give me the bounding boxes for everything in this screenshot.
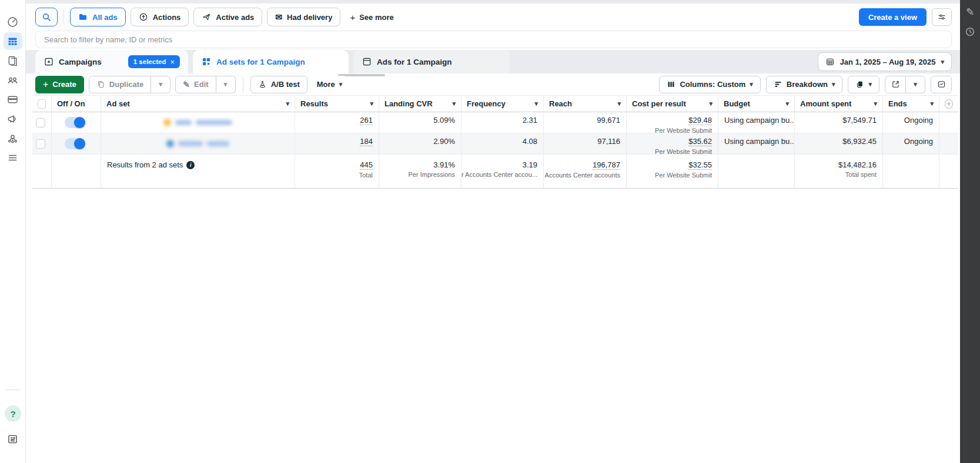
tab-ads[interactable]: Ads for 1 Campaign — [353, 50, 510, 73]
cost-value[interactable]: $29.48 — [688, 116, 712, 125]
filter-chip-active-ads[interactable]: Active ads — [193, 8, 262, 26]
billing-card-icon[interactable] — [4, 90, 22, 108]
sort-caret-icon[interactable]: ▾ — [452, 100, 456, 107]
action-toolbar: + Create Duplicate ▾ ✎ — [35, 73, 952, 95]
cost-value[interactable]: $35.62 — [688, 137, 712, 146]
edit-button[interactable]: ✎ Edit — [175, 76, 216, 93]
header-landing-cvr[interactable]: Landing CVR▾ — [379, 96, 461, 112]
ad-set-name-cell[interactable] — [101, 133, 295, 154]
filter-chip-all-ads[interactable]: All ads — [70, 8, 126, 26]
spacer-cell — [939, 133, 958, 154]
amount-spent-cell: $6,932.45 — [795, 133, 883, 154]
date-range-picker[interactable]: Jan 1, 2025 – Aug 19, 2025 ▾ — [818, 52, 952, 71]
summary-spent-cell: $14,482.16Total spent — [795, 155, 883, 188]
row-checkbox-cell[interactable] — [32, 112, 52, 133]
audiences-people-icon[interactable] — [4, 71, 22, 89]
header-ad-set[interactable]: Ad set▾ — [101, 96, 295, 112]
chevron-down-icon: ▾ — [941, 59, 944, 65]
date-range-label: Jan 1, 2025 – Aug 19, 2025 — [840, 58, 936, 66]
duplicate-dropdown-button[interactable]: ▾ — [151, 76, 170, 93]
summary-label: Results from 2 ad sets — [107, 160, 183, 169]
edit-pencil-icon[interactable]: ✎ — [961, 4, 979, 20]
more-button[interactable]: More ▾ — [312, 76, 347, 93]
duplicate-button[interactable]: Duplicate — [89, 76, 152, 93]
sort-caret-icon[interactable]: ▾ — [370, 100, 373, 107]
sort-caret-icon[interactable]: ▾ — [785, 100, 789, 107]
budget-cell: Using campaign bu... — [718, 133, 795, 154]
sort-caret-icon[interactable]: ▾ — [930, 100, 934, 107]
left-nav-sidebar: ? — [0, 0, 26, 463]
info-icon[interactable]: i — [186, 161, 195, 169]
flask-icon — [258, 80, 267, 89]
sort-caret-icon[interactable]: ▾ — [874, 100, 877, 107]
all-tools-menu-icon[interactable] — [4, 149, 22, 166]
divider — [243, 78, 243, 92]
header-results[interactable]: Results▾ — [295, 96, 379, 112]
header-amount-spent[interactable]: Amount spent▾ — [795, 96, 883, 112]
sort-caret-icon[interactable]: ▾ — [617, 100, 621, 107]
row-toggle-cell[interactable] — [52, 112, 101, 133]
search-filter-input[interactable] — [35, 31, 952, 48]
business-assets-nodes-icon[interactable] — [4, 129, 22, 147]
select-all-checkbox-cell[interactable] — [32, 96, 52, 112]
off-on-toggle[interactable] — [65, 138, 85, 149]
filter-chip-had-delivery[interactable]: ✉ Had delivery — [267, 8, 340, 26]
status-dot-icon — [166, 140, 174, 147]
header-budget[interactable]: Budget▾ — [718, 96, 795, 112]
sort-caret-icon[interactable]: ▾ — [286, 100, 289, 107]
history-clock-icon[interactable] — [961, 24, 979, 40]
create-a-view-button[interactable]: Create a view — [859, 8, 927, 26]
campaigns-table-icon[interactable] — [4, 32, 22, 50]
filter-chip-actions[interactable]: Actions — [131, 8, 189, 26]
header-reach[interactable]: Reach▾ — [544, 96, 627, 112]
create-button[interactable]: + Create — [35, 76, 84, 93]
add-column-icon[interactable]: + — [945, 99, 953, 109]
off-on-toggle[interactable] — [65, 117, 85, 128]
edit-dropdown-button[interactable]: ▾ — [216, 76, 236, 93]
close-icon[interactable]: × — [170, 58, 175, 66]
see-more-button[interactable]: + See more — [345, 12, 398, 22]
view-settings-button[interactable] — [932, 8, 952, 26]
row-checkbox[interactable] — [36, 118, 45, 128]
ad-set-name-cell[interactable] — [101, 112, 295, 133]
row-checkbox[interactable] — [36, 139, 45, 149]
table-header-row: Off / On Ad set▾ Results▾ Landing CVR▾ F… — [32, 95, 958, 112]
select-all-checkbox[interactable] — [38, 99, 46, 109]
export-icon — [891, 80, 900, 89]
row-checkbox-cell[interactable] — [32, 133, 52, 154]
sort-caret-icon[interactable]: ▾ — [534, 100, 538, 107]
summary-label-cell: Results from 2 ad sets i — [101, 155, 295, 188]
results-value[interactable]: 261 — [360, 116, 373, 125]
reports-button[interactable]: ▾ — [848, 76, 879, 93]
export-button[interactable] — [885, 76, 906, 93]
account-overview-gauge-icon[interactable] — [4, 13, 22, 31]
selected-filter-badge[interactable]: 1 selected × — [128, 55, 180, 68]
tab-ads-label: Ads for 1 Campaign — [377, 58, 452, 66]
search-button[interactable] — [35, 8, 58, 26]
plus-icon: + — [43, 80, 48, 89]
charts-button[interactable] — [931, 76, 952, 93]
header-ends[interactable]: Ends▾ — [883, 96, 939, 112]
header-add-column[interactable]: + — [939, 96, 958, 112]
help-icon[interactable]: ? — [5, 405, 21, 422]
spacer-cell — [939, 112, 958, 133]
amount-spent-cell: $7,549.71 — [795, 112, 883, 133]
advertise-megaphone-icon[interactable] — [4, 110, 22, 128]
results-value[interactable]: 184 — [360, 137, 373, 146]
ab-test-button[interactable]: A/B test — [250, 76, 307, 93]
tab-ad-sets[interactable]: Ad sets for 1 Campaign — [193, 50, 349, 73]
ads-reporting-pages-icon[interactable] — [4, 52, 22, 69]
ad-sets-table: Off / On Ad set▾ Results▾ Landing CVR▾ F… — [32, 95, 958, 189]
sort-caret-icon[interactable]: ▾ — [709, 100, 713, 107]
ends-cell: Ongoing — [883, 112, 939, 133]
header-frequency[interactable]: Frequency▾ — [461, 96, 544, 112]
row-toggle-cell[interactable] — [52, 133, 101, 154]
columns-label: Columns: Custom — [680, 80, 745, 89]
whats-new-icon[interactable] — [6, 433, 19, 445]
campaign-folder-icon — [44, 56, 54, 67]
header-cost-per-result[interactable]: Cost per result▾ — [627, 96, 718, 112]
export-dropdown-button[interactable]: ▾ — [906, 76, 925, 93]
breakdown-button[interactable]: Breakdown ▾ — [766, 76, 843, 93]
columns-button[interactable]: Columns: Custom ▾ — [659, 76, 760, 93]
tab-campaigns[interactable]: Campaigns 1 selected × — [35, 50, 188, 73]
